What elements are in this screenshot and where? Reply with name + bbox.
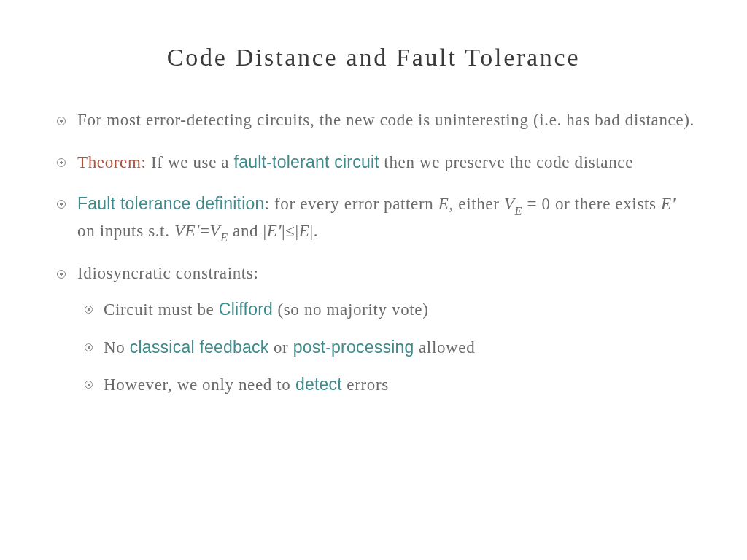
text: on inputs s.t. — [77, 222, 174, 240]
bullet-1: For most error-detecting circuits, the n… — [51, 108, 696, 133]
term-detect: detect — [295, 375, 342, 394]
bullet-3: Fault tolerance definition: for every er… — [51, 191, 696, 245]
text: and | — [228, 222, 267, 240]
bullet-4: Idiosyncratic constraints: Circuit must … — [51, 261, 696, 397]
text: (so no majority vote) — [273, 300, 428, 319]
text: : for every error pattern — [265, 195, 438, 213]
var-E2: E — [299, 222, 310, 240]
term-clifford: Clifford — [219, 300, 273, 319]
sub-bullet-2: No classical feedback or post-processing… — [77, 335, 696, 361]
var-VE: V — [504, 195, 515, 213]
text: , either — [449, 195, 504, 213]
text: Circuit must be — [104, 300, 219, 319]
theorem-label: Theorem: — [77, 153, 147, 171]
eq: = — [200, 222, 210, 240]
slide: Code Distance and Fault Tolerance For mo… — [0, 0, 747, 443]
var-Eprime: E' — [661, 195, 676, 213]
text: then we preserve the code distance — [379, 153, 633, 171]
sub-bullet-list: Circuit must be Clifford (so no majority… — [77, 297, 696, 398]
var-E: E — [438, 195, 449, 213]
term-fault-tolerant-circuit: fault-tolerant circuit — [234, 152, 379, 171]
text: No — [104, 338, 130, 357]
bullet-2: Theorem: If we use a fault-tolerant circ… — [51, 149, 696, 176]
text: = 0 or there exists — [522, 195, 661, 213]
text: |. — [310, 222, 319, 240]
term-fault-tolerance-definition: Fault tolerance definition — [77, 194, 265, 213]
sub-E2: E — [220, 231, 228, 244]
sub-E: E — [515, 205, 522, 217]
var-VEprime: VE' — [174, 222, 200, 240]
slide-title: Code Distance and Fault Tolerance — [51, 44, 696, 71]
bullet-list: For most error-detecting circuits, the n… — [51, 108, 696, 398]
term-post-processing: post-processing — [293, 338, 414, 357]
sub-bullet-1: Circuit must be Clifford (so no majority… — [77, 297, 696, 323]
sub-bullet-3: However, we only need to detect errors — [77, 372, 696, 398]
text: If we use a — [147, 153, 234, 171]
text: allowed — [414, 338, 476, 357]
var-Eprime2: E' — [267, 222, 282, 240]
text: However, we only need to — [104, 376, 295, 394]
text: or — [269, 338, 293, 357]
text: errors — [342, 376, 389, 394]
var-VE2: V — [210, 222, 221, 240]
text: Idiosyncratic constraints: — [77, 264, 259, 282]
term-classical-feedback: classical feedback — [130, 338, 269, 357]
text: |≤| — [282, 222, 299, 240]
